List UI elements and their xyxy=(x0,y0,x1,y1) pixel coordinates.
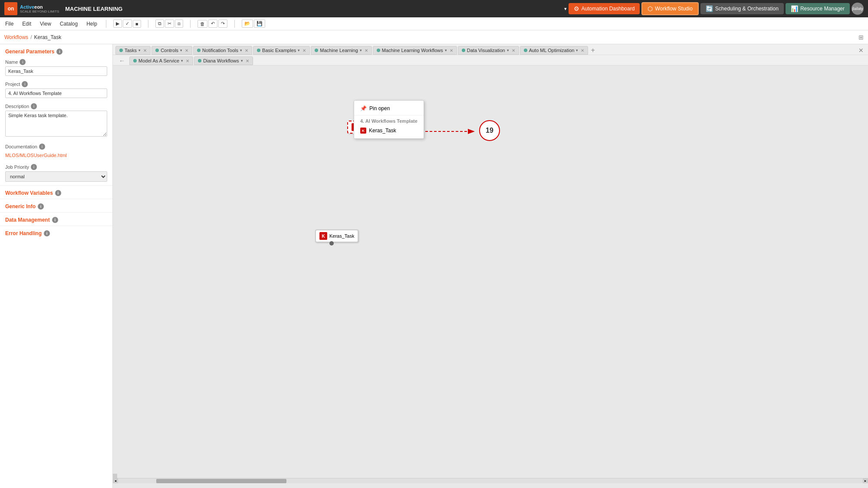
tab-notification-dot xyxy=(197,49,201,52)
tab-diana-close[interactable]: ✕ xyxy=(246,59,249,63)
toolbar-separator-1 xyxy=(106,20,106,28)
scheduling-btn[interactable]: 🔄 Scheduling & Orchestration xyxy=(700,3,784,14)
tab-ml-workflows[interactable]: Machine Learning Workflows ▾ ✕ xyxy=(373,46,457,55)
workflow-variables-header[interactable]: Workflow Variables i xyxy=(0,185,112,199)
documentation-field-group: Documentation i MLOS/MLOSUserGuide.html xyxy=(0,142,112,162)
error-handling-header[interactable]: Error Handling i xyxy=(0,226,112,239)
tab-data-viz-arrow: ▾ xyxy=(507,48,509,52)
bottom-scrollbar[interactable]: ◂ ▸ xyxy=(113,478,868,483)
scroll-thumb[interactable] xyxy=(156,479,286,483)
menu-file[interactable]: File xyxy=(3,21,15,27)
tab-basic-examples[interactable]: Basic Examples ▾ ✕ xyxy=(253,46,310,55)
general-params-header[interactable]: General Parameters i xyxy=(0,44,112,57)
canvas-back-btn[interactable]: ← xyxy=(115,57,128,64)
tab-data-viz-close[interactable]: ✕ xyxy=(512,48,515,53)
top-navigation: on Activeeon SCALE BEYOND LIMITS MACHINE… xyxy=(0,0,868,17)
redo-button[interactable]: ↷ xyxy=(218,20,227,28)
delete-button[interactable]: 🗑 xyxy=(197,20,207,28)
doc-link[interactable]: MLOS/MLOSUserGuide.html xyxy=(5,153,67,158)
job-priority-field-group: Job Priority i normal low high idle xyxy=(0,162,112,185)
tab-model-as-service[interactable]: Model As A Service ▾ ✕ xyxy=(129,56,193,65)
scroll-right-button[interactable]: ▸ xyxy=(863,478,868,483)
tab-notification-tools[interactable]: Notification Tools ▾ ✕ xyxy=(193,46,252,55)
open-folder-button[interactable]: 📂 xyxy=(242,20,253,28)
workflow-icon: ⬡ xyxy=(648,5,653,12)
breadcrumb-workflows[interactable]: Workflows xyxy=(4,34,28,40)
tab-close-all-button[interactable]: ✕ xyxy=(857,47,865,54)
undo-button[interactable]: ↶ xyxy=(208,20,217,28)
menu-help[interactable]: Help xyxy=(85,21,99,27)
error-handling-info-icon[interactable]: i xyxy=(44,230,50,236)
tab-ml-close[interactable]: ✕ xyxy=(365,48,368,53)
node-connector-dot xyxy=(329,241,334,246)
project-info-icon[interactable]: i xyxy=(22,81,28,87)
tab-ml-arrow: ▾ xyxy=(360,48,362,52)
tab-model-service-dot xyxy=(133,59,137,62)
description-label: Description i xyxy=(5,103,107,109)
menu-edit[interactable]: Edit xyxy=(20,21,33,27)
menu-catalog[interactable]: Catalog xyxy=(58,21,79,27)
resize-handle[interactable] xyxy=(113,474,117,478)
job-priority-info-icon[interactable]: i xyxy=(31,164,37,170)
save-button[interactable]: 💾 xyxy=(254,20,265,28)
scroll-left-button[interactable]: ◂ xyxy=(113,478,118,483)
workflow-variables-info-icon[interactable]: i xyxy=(55,190,61,196)
tab-auto-ml-close[interactable]: ✕ xyxy=(581,48,584,53)
tab-controls-dot xyxy=(155,49,159,52)
description-textarea[interactable]: Simple Keras task template. xyxy=(5,111,107,137)
user-avatar[interactable]: jlailaty xyxy=(852,3,864,15)
tabs-row-1: Tasks ▾ ✕ Controls ▾ ✕ Notification Tool… xyxy=(113,44,868,55)
resource-manager-btn[interactable]: 📊 Resource Manager xyxy=(786,3,850,14)
job-priority-select[interactable]: normal low high idle xyxy=(5,171,107,182)
tab-basic-examples-arrow: ▾ xyxy=(298,48,300,52)
check-button[interactable]: ✓ xyxy=(123,20,132,28)
logo-on: on xyxy=(8,6,14,12)
data-management-header[interactable]: Data Management i xyxy=(0,212,112,226)
name-field-group: Name i xyxy=(0,57,112,79)
project-input[interactable] xyxy=(5,88,107,98)
breadcrumb-bar: Workflows / Keras_Task ⊞ xyxy=(0,30,868,44)
tab-data-visualization[interactable]: Data Visualization ▾ ✕ xyxy=(458,46,519,55)
context-menu: 📌 Pin open 4. AI Workflows Template K Ke… xyxy=(354,100,424,139)
logo-subtitle: SCALE BEYOND LIMITS xyxy=(20,10,59,13)
context-menu-sep xyxy=(354,115,424,115)
generic-info-icon[interactable]: i xyxy=(38,203,44,210)
pin-open-item[interactable]: 📌 Pin open xyxy=(354,103,424,114)
general-params-info-icon[interactable]: i xyxy=(56,49,62,55)
grid-toggle-btn[interactable]: ⊞ xyxy=(858,34,864,41)
description-info-icon[interactable]: i xyxy=(31,103,37,109)
tab-tasks[interactable]: Tasks ▾ ✕ xyxy=(115,46,151,55)
tab-ml-workflows-dot xyxy=(377,49,380,52)
paste-button[interactable]: ⧈ xyxy=(175,20,183,28)
canvas-content: K Keras_Task 19 📌 Pin open 4. AI Workflo… xyxy=(113,66,868,483)
tab-controls-arrow: ▾ xyxy=(180,48,182,52)
copy-button[interactable]: ⧉ xyxy=(155,20,164,28)
generic-info-header[interactable]: Generic Info i xyxy=(0,199,112,212)
tab-basic-examples-close[interactable]: ✕ xyxy=(302,48,306,53)
menu-view[interactable]: View xyxy=(38,21,53,27)
automation-dashboard-btn[interactable]: ⚙ Automation Dashboard xyxy=(569,3,640,14)
tab-auto-ml[interactable]: Auto ML Optimization ▾ ✕ xyxy=(520,46,589,55)
name-info-icon[interactable]: i xyxy=(20,59,26,65)
tab-notification-close[interactable]: ✕ xyxy=(245,48,248,53)
name-input[interactable] xyxy=(5,66,107,76)
app-title-dropdown[interactable]: ▾ xyxy=(564,6,567,12)
tab-basic-examples-dot xyxy=(257,49,260,52)
tab-tasks-close[interactable]: ✕ xyxy=(143,48,147,53)
tab-model-service-close[interactable]: ✕ xyxy=(186,59,189,63)
tab-controls-close[interactable]: ✕ xyxy=(185,48,188,53)
tab-machine-learning[interactable]: Machine Learning ▾ ✕ xyxy=(311,46,372,55)
tab-controls[interactable]: Controls ▾ ✕ xyxy=(151,46,192,55)
tab-diana-workflows[interactable]: Diana Workflows ▾ ✕ xyxy=(194,56,253,65)
cut-button[interactable]: ✂ xyxy=(165,20,174,28)
documentation-info-icon[interactable]: i xyxy=(39,144,45,150)
tab-ml-workflows-close[interactable]: ✕ xyxy=(450,48,453,53)
workflow-studio-btn[interactable]: ⬡ Workflow Studio xyxy=(641,2,698,15)
data-management-info-icon[interactable]: i xyxy=(52,217,58,223)
run-button[interactable]: ▶ xyxy=(113,20,122,28)
documentation-label: Documentation i xyxy=(5,144,107,150)
keras-task-node-small[interactable]: K Keras_Task xyxy=(315,229,358,242)
stop-button[interactable]: ■ xyxy=(133,20,141,28)
context-node-item[interactable]: K Keras_Task xyxy=(354,125,424,136)
tab-add-button[interactable]: + xyxy=(589,47,596,54)
